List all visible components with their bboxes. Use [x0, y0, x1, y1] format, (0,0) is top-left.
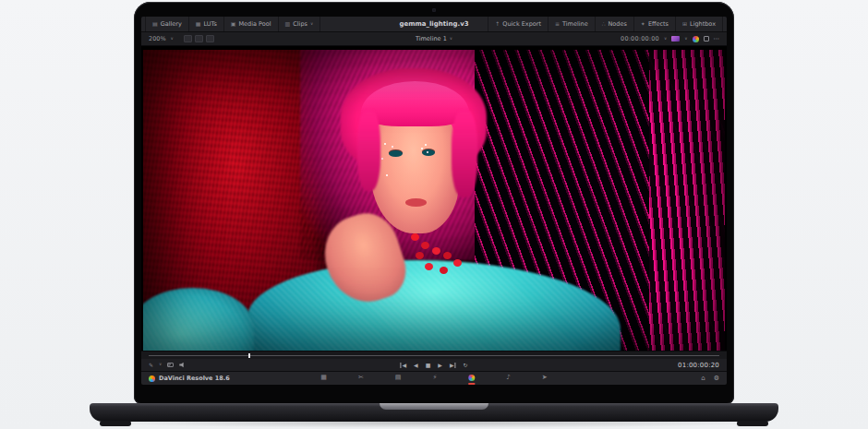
playhead[interactable]	[248, 353, 250, 358]
luts-button[interactable]: ▦ LUTs	[189, 17, 224, 31]
viewer-mini-button-2[interactable]	[195, 35, 203, 42]
play-button[interactable]: ▶	[438, 363, 442, 368]
timeline-button[interactable]: ≡ Timeline	[549, 17, 596, 31]
timeline-selector[interactable]: Timeline 1 ∨	[416, 32, 452, 45]
viewer-zoom-group: 200% ∨	[149, 35, 214, 42]
chevron-down-icon[interactable]: ∨	[159, 363, 162, 367]
toolbar-right-group: ↑ Quick Export ≡ Timeline ∴ Nodes ✦ Effe…	[488, 17, 723, 31]
annotation-tool-icon[interactable]: ✎	[149, 363, 153, 368]
chevron-down-icon: ∨	[450, 37, 452, 42]
clips-icon: ▥	[285, 21, 291, 27]
desktop-background: ▤ Gallery ▦ LUTs ▣ Media Pool ▥ Clips	[0, 0, 868, 429]
gallery-label: Gallery	[161, 20, 182, 28]
timeline-icon: ≡	[555, 21, 560, 27]
luts-label: LUTs	[204, 20, 217, 28]
toolbar-left-group: ▤ Gallery ▦ LUTs ▣ Media Pool ▥ Clips	[145, 17, 320, 31]
thumbnail-view-icon[interactable]	[671, 36, 680, 42]
laptop-base	[90, 403, 778, 422]
luts-icon: ▦	[196, 21, 201, 27]
lightbox-label: Lightbox	[690, 20, 716, 28]
effects-label: Effects	[648, 20, 669, 28]
chevron-down-icon: ∨	[310, 22, 313, 27]
tab-color[interactable]	[468, 372, 475, 385]
tab-media[interactable]: ▦	[320, 372, 327, 385]
transport-controls: ◀ ◀ ■ ▶ ▶ ↻	[400, 359, 467, 371]
effects-button[interactable]: ✦ Effects	[634, 17, 676, 31]
main-toolbar: ▤ Gallery ▦ LUTs ▣ Media Pool ▥ Clips	[141, 17, 727, 32]
chevron-down-icon[interactable]: ∨	[684, 37, 687, 42]
media-pool-button[interactable]: ▣ Media Pool	[224, 17, 279, 31]
compare-icon[interactable]	[167, 363, 174, 367]
page-tabs: ▦ ✂ ▤ ⚡ ♪ ➤	[320, 372, 547, 385]
timeline-label: Timeline	[562, 20, 588, 28]
scrubber-track	[149, 355, 719, 356]
tab-cut[interactable]: ✂	[358, 372, 364, 385]
home-icon[interactable]: ⌂	[701, 375, 705, 382]
gallery-button[interactable]: ▤ Gallery	[145, 17, 189, 31]
viewer-mini-button-3[interactable]	[206, 35, 214, 42]
chevron-down-icon[interactable]: ∨	[171, 37, 174, 42]
laptop-foot-right	[737, 421, 768, 426]
lid-notch	[380, 403, 488, 410]
chevron-down-icon[interactable]: ∨	[664, 37, 667, 42]
speaker-icon[interactable]	[179, 363, 186, 368]
viewer-canvas[interactable]	[141, 46, 727, 351]
media-pool-label: Media Pool	[239, 20, 271, 28]
laptop-lid: ▤ Gallery ▦ LUTs ▣ Media Pool ▥ Clips	[134, 2, 734, 404]
color-wheel-icon[interactable]	[693, 36, 699, 42]
webcam-icon	[432, 8, 436, 12]
viewer-right-controls: 00:00:00:00 ∨ ∨ ⋯	[621, 35, 719, 42]
color-page-icon	[468, 375, 475, 381]
lightbox-button[interactable]: ⊞ Lightbox	[676, 17, 723, 31]
quick-export-icon: ↑	[495, 21, 500, 27]
media-pool-icon: ▣	[231, 21, 236, 27]
source-timecode[interactable]: 00:00:00:00	[621, 35, 659, 42]
app-version-label: DaVinci Resolve 18.6	[159, 375, 230, 382]
record-timecode: 01:00:00:20	[678, 362, 719, 369]
page-bar-right: ⌂ ⚙	[701, 375, 719, 382]
clips-button[interactable]: ▥ Clips ∨	[279, 17, 321, 31]
expand-icon[interactable]	[704, 36, 709, 42]
transport-bar: ✎ ∨ ◀ ◀ ■ ▶ ▶ ↻ 01:00:00:20	[141, 359, 727, 371]
more-options-icon[interactable]: ⋯	[714, 35, 720, 42]
stop-button[interactable]: ■	[426, 363, 431, 368]
lightbox-icon: ⊞	[682, 21, 687, 27]
viewer-mini-buttons	[184, 35, 214, 42]
effects-icon: ✦	[641, 21, 645, 27]
viewer-options-bar: 200% ∨ Timeline 1 ∨ 00:00:00:00 ∨	[141, 32, 727, 46]
timeline-selector-label: Timeline 1	[416, 35, 447, 42]
photo-vignette	[143, 50, 725, 351]
clips-label: Clips	[293, 20, 307, 28]
skip-to-end-button[interactable]: ▶	[450, 363, 456, 368]
viewer-image	[143, 50, 725, 351]
nodes-label: Nodes	[609, 20, 627, 28]
app-identity: DaVinci Resolve 18.6	[149, 375, 230, 382]
skip-to-start-button[interactable]: ◀	[400, 363, 406, 368]
tab-deliver[interactable]: ➤	[542, 372, 548, 385]
davinci-resolve-window: ▤ Gallery ▦ LUTs ▣ Media Pool ▥ Clips	[141, 17, 727, 385]
nodes-icon: ∴	[602, 21, 606, 27]
tab-edit[interactable]: ▤	[395, 372, 402, 385]
gear-icon[interactable]: ⚙	[714, 375, 719, 382]
timeline-scrubber[interactable]	[141, 351, 727, 359]
laptop-foot-left	[100, 421, 131, 426]
tab-fairlight[interactable]: ♪	[506, 372, 510, 385]
gallery-icon: ▤	[152, 21, 158, 27]
nodes-button[interactable]: ∴ Nodes	[596, 17, 634, 31]
play-reverse-button[interactable]: ◀	[414, 363, 418, 368]
quick-export-button[interactable]: ↑ Quick Export	[488, 17, 549, 31]
project-title: gemma_lighting.v3	[399, 17, 468, 31]
loop-button[interactable]: ↻	[464, 363, 468, 368]
tab-fusion[interactable]: ⚡	[432, 372, 437, 385]
viewer-mini-button-1[interactable]	[184, 35, 192, 42]
zoom-level-value[interactable]: 200%	[149, 35, 166, 42]
page-bar: DaVinci Resolve 18.6 ▦ ✂ ▤ ⚡ ♪ ➤ ⌂ ⚙	[141, 371, 727, 385]
quick-export-label: Quick Export	[502, 20, 541, 28]
davinci-resolve-logo-icon	[149, 375, 155, 382]
viewer-tools: ✎ ∨	[149, 363, 186, 368]
